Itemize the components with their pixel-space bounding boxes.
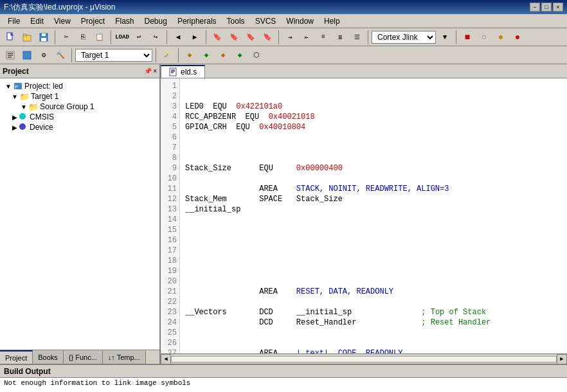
tree-label-root: Project: led <box>24 82 63 91</box>
code-line <box>185 132 562 143</box>
tree-label-cmsis: CMSIS <box>30 112 54 121</box>
debug-btn2[interactable]: ◆ <box>199 48 214 62</box>
tree-cmsis[interactable]: ▶ CMSIS <box>1 112 158 122</box>
target-dropdown[interactable]: Target 1 <box>75 49 152 62</box>
hscroll-right[interactable]: ▶ <box>557 354 567 364</box>
editor-area: eld.s 1234567891011121314151617181920212… <box>161 64 567 364</box>
copy-button[interactable]: ⎘ <box>75 30 91 44</box>
code-line <box>185 225 562 235</box>
menu-project[interactable]: Project <box>76 14 110 28</box>
toolbar1: ✂ ⎘ 📋 LOAD ↩ ↪ ◀ ▶ 🔖 🔖 🔖 🔖 ⇥ ⇤ ≡ ≣ ☰ Cor… <box>0 28 567 46</box>
hscroll-track[interactable] <box>171 356 557 362</box>
separator10 <box>178 48 179 62</box>
paste-button[interactable]: 📋 <box>92 30 107 44</box>
format3-btn[interactable]: ☰ <box>349 30 364 44</box>
cortex-settings-btn[interactable]: ▼ <box>437 30 453 44</box>
menu-view[interactable]: View <box>49 14 76 28</box>
debug-tool4[interactable]: ● <box>510 30 525 44</box>
expander-device[interactable]: ▶ <box>10 124 19 131</box>
tree-root[interactable]: ▼ P Project: led <box>1 81 158 91</box>
proj-btn3[interactable]: ⚙ <box>36 48 51 62</box>
load-button[interactable]: LOAD <box>114 30 130 44</box>
debug-btn1[interactable]: ◆ <box>182 48 197 62</box>
tab-books[interactable]: Books <box>33 350 64 364</box>
bookmark2-button[interactable]: 🔖 <box>226 30 242 44</box>
menu-tools[interactable]: Tools <box>222 14 250 28</box>
proj-btn1[interactable] <box>3 48 18 62</box>
menu-debug[interactable]: Debug <box>140 14 172 28</box>
bookmark4-button[interactable]: 🔖 <box>260 30 275 44</box>
editor-tab-elds[interactable]: eld.s <box>161 65 205 78</box>
panel-close-button[interactable]: × <box>153 67 157 75</box>
project-panel: Project 📌 × ▼ P Project: led ▼ 📁 <box>0 64 161 364</box>
format2-btn[interactable]: ≣ <box>332 30 348 44</box>
line-number: 10 <box>161 174 179 184</box>
debug-btn4[interactable]: ◆ <box>232 48 248 62</box>
code-line <box>185 276 562 287</box>
target-icon: 📁 <box>19 92 30 101</box>
toolbar2: ⚙ 🔨 Target 1 🪄 ◆ ◆ ◆ ◆ ⬡ <box>0 46 567 64</box>
expander-target1[interactable]: ▼ <box>10 93 19 100</box>
save-button[interactable] <box>36 30 51 44</box>
debug-tool1[interactable]: ■ <box>460 30 475 44</box>
cut-button[interactable]: ✂ <box>59 30 74 44</box>
separator7 <box>456 30 456 44</box>
debug-tool2[interactable]: ○ <box>476 30 492 44</box>
maximize-button[interactable]: □ <box>541 3 552 12</box>
expander-cmsis[interactable]: ▶ <box>10 114 19 121</box>
svg-rect-2 <box>23 34 26 36</box>
hscroll-left[interactable]: ◀ <box>161 354 171 364</box>
code-line: LED0 EQU 0x422101a0 <box>185 102 562 112</box>
menu-edit[interactable]: Edit <box>25 14 49 28</box>
line-number: 19 <box>161 266 179 276</box>
tab-functions[interactable]: {} Func... <box>64 350 103 364</box>
code-line <box>185 328 562 338</box>
menu-help[interactable]: Help <box>319 14 345 28</box>
tab-project[interactable]: Project <box>0 350 33 364</box>
proj-btn4[interactable]: 🔨 <box>53 48 68 62</box>
build-output: Build Output Not enough information to l… <box>0 364 567 392</box>
debug-btn3[interactable]: ◆ <box>215 48 231 62</box>
cortex-dropdown[interactable]: Cortex Jlink <box>372 31 436 44</box>
debug-btn5[interactable]: ⬡ <box>249 48 264 62</box>
tree-device[interactable]: ▶ Device <box>1 122 158 132</box>
svg-text:P: P <box>15 84 18 90</box>
code-line: __Vectors DCD __initial_sp ; Top of Stac… <box>185 307 562 317</box>
menu-window[interactable]: Window <box>281 14 319 28</box>
format-btn[interactable]: ≡ <box>316 30 331 44</box>
tab-templates[interactable]: ↓↑ Temp... <box>103 350 146 364</box>
line-number: 9 <box>161 163 179 174</box>
expander-root[interactable]: ▼ <box>4 83 13 90</box>
debug-tool3[interactable]: ● <box>493 30 509 44</box>
tree-label-source-group1: Source Group 1 <box>40 102 94 111</box>
redo-button[interactable]: ↪ <box>148 30 163 44</box>
code-editor: 1234567891011121314151617181920212223242… <box>161 78 567 353</box>
open-file-button[interactable] <box>19 30 35 44</box>
tree-label-target1: Target 1 <box>31 92 59 101</box>
new-file-button[interactable] <box>3 30 18 44</box>
separator6 <box>368 30 368 44</box>
tree-target1[interactable]: ▼ 📁 Target 1 <box>1 91 158 102</box>
svg-rect-13 <box>170 68 176 76</box>
expander-source-group1[interactable]: ▼ <box>19 103 28 111</box>
close-button[interactable]: × <box>553 3 563 12</box>
menu-flash[interactable]: Flash <box>110 14 139 28</box>
panel-pin-button[interactable]: 📌 <box>144 67 152 75</box>
bookmark3-button[interactable]: 🔖 <box>243 30 258 44</box>
outdent-btn[interactable]: ⇤ <box>299 30 314 44</box>
nav-back-button[interactable]: ◀ <box>170 30 186 44</box>
minimize-button[interactable]: − <box>530 3 540 12</box>
menu-file[interactable]: File <box>3 14 25 28</box>
line-number: 20 <box>161 276 179 287</box>
magic-wand-btn[interactable]: 🪄 <box>159 48 175 62</box>
tree-source-group1[interactable]: ▼ 📁 Source Group 1 <box>1 102 158 112</box>
menu-peripherals[interactable]: Peripherals <box>172 14 222 28</box>
code-content[interactable]: LED0 EQU 0x422101a0RCC_APB2ENR EQU 0x400… <box>180 78 567 353</box>
code-line <box>185 143 562 153</box>
bookmark1-button[interactable]: 🔖 <box>210 30 225 44</box>
menu-svcs[interactable]: SVCS <box>250 14 282 28</box>
indent-btn[interactable]: ⇥ <box>282 30 298 44</box>
undo-button[interactable]: ↩ <box>131 30 147 44</box>
proj-btn2[interactable] <box>19 48 35 62</box>
nav-fwd-button[interactable]: ▶ <box>187 30 203 44</box>
